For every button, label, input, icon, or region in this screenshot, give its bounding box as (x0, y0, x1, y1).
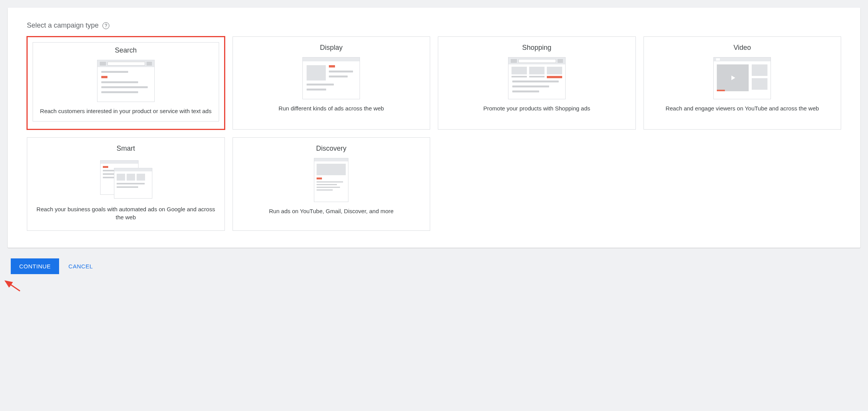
card-desc: Reach and engage viewers on YouTube and … (665, 105, 819, 112)
card-desc: Reach your business goals with automated… (34, 206, 218, 221)
card-desc: Reach customers interested in your produ… (40, 107, 211, 115)
help-icon[interactable]: ? (102, 22, 109, 29)
section-title-row: Select a campaign type ? (27, 21, 841, 30)
annotation-arrow-icon (1, 279, 860, 296)
campaign-card-video[interactable]: Video Reach and engage viewers on YouTub… (644, 36, 842, 130)
section-title: Select a campaign type (27, 21, 99, 30)
card-title: Search (115, 46, 137, 54)
campaign-type-panel: Select a campaign type ? Search (8, 8, 860, 248)
card-desc: Run different kinds of ads across the we… (279, 105, 384, 112)
card-title: Smart (117, 145, 135, 153)
campaign-type-grid: Search Reach customers int (27, 36, 841, 231)
video-thumbnail-icon (713, 57, 771, 99)
campaign-card-discovery[interactable]: Discovery Run ads on YouTube, Gmail, Dis… (233, 137, 431, 231)
campaign-card-shopping[interactable]: Shopping Promote your produ (438, 36, 636, 130)
display-thumbnail-icon (302, 57, 360, 99)
shopping-thumbnail-icon (508, 57, 566, 99)
discovery-thumbnail-icon (314, 158, 348, 202)
smart-thumbnail-icon (97, 158, 155, 200)
card-title: Display (320, 44, 343, 52)
card-title: Video (733, 44, 751, 52)
campaign-card-search[interactable]: Search Reach customers int (27, 36, 225, 130)
campaign-card-smart[interactable]: Smart (27, 137, 225, 231)
continue-button[interactable]: Continue (11, 258, 59, 274)
campaign-card-display[interactable]: Display (233, 36, 431, 130)
cancel-button[interactable]: Cancel (68, 263, 93, 270)
card-title: Discovery (316, 145, 347, 153)
card-desc: Run ads on YouTube, Gmail, Discover, and… (269, 207, 394, 215)
card-desc: Promote your products with Shopping ads (484, 105, 591, 112)
action-row: Continue Cancel (8, 258, 860, 274)
search-thumbnail-icon (97, 60, 155, 102)
card-title: Shopping (522, 44, 551, 52)
svg-line-0 (5, 281, 20, 291)
